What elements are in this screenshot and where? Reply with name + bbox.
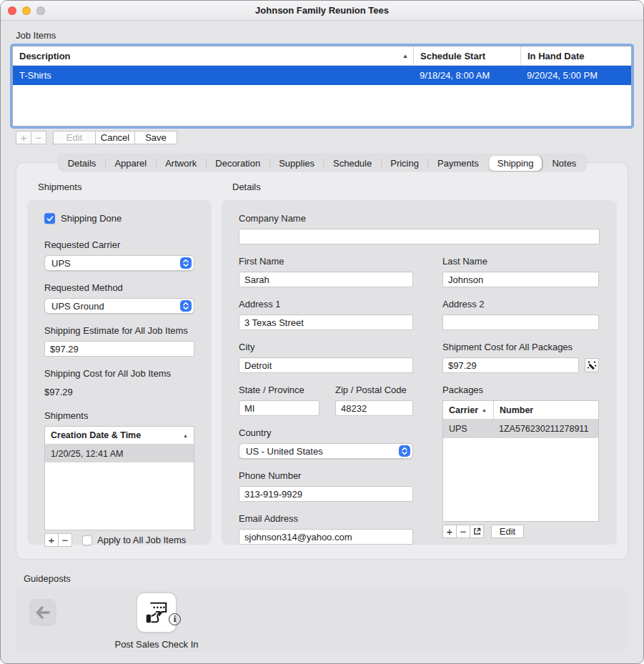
column-header-schedule-start[interactable]: Schedule Start — [413, 46, 520, 65]
shipments-table-header[interactable]: Creation Date & Time ▲ — [45, 427, 194, 445]
company-name-label: Company Name — [239, 213, 600, 224]
tab-shipping[interactable]: Shipping — [489, 156, 543, 171]
auto-calculate-button[interactable] — [585, 358, 599, 372]
apply-all-checkbox[interactable] — [82, 535, 92, 545]
add-shipment-button[interactable]: + — [44, 533, 59, 547]
popup-stepper-icon — [399, 445, 410, 457]
job-items-buttons: + − Edit Cancel Save — [16, 131, 632, 144]
tab-decoration[interactable]: Decoration — [206, 154, 269, 172]
country-label: Country — [239, 427, 413, 438]
address2-label: Address 2 — [442, 299, 599, 309]
app-window: Johnson Family Reunion Tees Job Items De… — [0, 0, 644, 664]
save-button[interactable]: Save — [134, 131, 177, 144]
tab-details[interactable]: Details — [59, 154, 106, 172]
checkmark-icon — [46, 215, 54, 222]
email-input[interactable] — [239, 529, 413, 545]
remove-job-item-button[interactable]: − — [31, 131, 46, 144]
last-name-label: Last Name — [442, 256, 599, 267]
tab-schedule[interactable]: Schedule — [324, 154, 381, 172]
remove-package-button[interactable]: − — [456, 525, 470, 538]
back-arrow-icon — [35, 606, 51, 619]
edit-job-item-button[interactable]: Edit — [53, 131, 96, 144]
zoom-window-icon — [36, 6, 45, 15]
state-label: State / Province — [239, 385, 319, 395]
job-item-row-selected[interactable]: T-Shirts 9/18/24, 8:00 AM 9/20/24, 5:00 … — [13, 66, 631, 85]
shipping-estimate-input[interactable] — [44, 341, 194, 357]
city-input[interactable] — [239, 357, 413, 373]
back-button[interactable] — [29, 599, 56, 626]
requested-carrier-label: Requested Carrier — [44, 239, 194, 250]
title-bar: Johnson Family Reunion Tees — [1, 1, 643, 21]
cancel-button[interactable]: Cancel — [95, 131, 135, 144]
first-name-input[interactable] — [239, 272, 413, 287]
zip-input[interactable] — [335, 400, 413, 416]
requested-carrier-select[interactable]: UPS — [44, 255, 194, 271]
country-select[interactable]: US - United States — [239, 443, 413, 459]
tab-pricing[interactable]: Pricing — [381, 154, 428, 172]
add-job-item-button[interactable]: + — [16, 131, 31, 144]
edit-package-button[interactable]: Edit — [491, 525, 524, 538]
job-items-section: Job Items Description ▲ Schedule Start I… — [1, 30, 643, 144]
guideposts-section: Guideposts — [1, 573, 643, 652]
details-box: Company Name First Name Address 1 — [222, 200, 617, 545]
sort-ascending-icon: ▲ — [402, 53, 408, 59]
address1-input[interactable] — [239, 314, 413, 330]
tab-notes[interactable]: Notes — [543, 154, 585, 172]
shipment-cost-input[interactable] — [442, 357, 579, 373]
packages-table: Carrier ▲ Number UPS 1ZA576230211278911 — [442, 400, 599, 522]
state-input[interactable] — [239, 400, 319, 416]
zip-label: Zip / Postal Code — [335, 385, 413, 395]
shipment-row[interactable]: 1/20/25, 12:41 AM — [45, 445, 194, 462]
shipments-table-label: Shipments — [44, 410, 194, 421]
open-package-button[interactable] — [470, 525, 484, 538]
tab-apparel[interactable]: Apparel — [105, 154, 156, 172]
email-label: Email Address — [239, 513, 413, 524]
details-panel: Details Company Name First Name — [222, 182, 617, 545]
tab-artwork[interactable]: Artwork — [156, 154, 206, 172]
shipping-cost-label: Shipping Cost for All Job Items — [44, 368, 194, 379]
column-header-in-hand-date[interactable]: In Hand Date — [520, 46, 631, 65]
address2-input[interactable] — [442, 314, 599, 330]
shipments-box: Shipping Done Requested Carrier UPS Requ… — [27, 200, 212, 545]
open-external-icon — [473, 527, 481, 535]
packages-label: Packages — [442, 385, 599, 395]
post-sales-check-in-icon — [143, 599, 170, 626]
company-name-input[interactable] — [239, 229, 600, 244]
phone-label: Phone Number — [239, 470, 413, 481]
tab-payments[interactable]: Payments — [428, 154, 488, 172]
column-header-description[interactable]: Description ▲ — [13, 46, 413, 65]
minimize-window-icon[interactable] — [22, 6, 31, 15]
job-items-label: Job Items — [16, 30, 632, 41]
shipments-heading: Shipments — [38, 182, 212, 192]
shipping-cost-value: $97.29 — [44, 387, 194, 397]
phone-input[interactable] — [239, 486, 413, 502]
job-item-detail-card: Details Apparel Artwork Decoration Suppl… — [16, 163, 628, 559]
shipping-done-checkbox[interactable] — [44, 213, 55, 224]
package-row[interactable]: UPS 1ZA576230211278911 — [443, 420, 598, 438]
remove-shipment-button[interactable]: − — [58, 533, 72, 547]
tab-supplies[interactable]: Supplies — [269, 154, 324, 172]
address1-label: Address 1 — [239, 299, 413, 309]
guideposts-strip: Post Sales Check In i — [16, 590, 628, 652]
add-package-button[interactable]: + — [442, 525, 457, 538]
info-icon[interactable]: i — [169, 613, 181, 625]
shipping-done-row: Shipping Done — [44, 213, 194, 224]
packages-buttons: + − Edit — [442, 525, 599, 538]
magic-wand-icon — [587, 360, 597, 370]
job-items-table-header: Description ▲ Schedule Start In Hand Dat… — [13, 46, 631, 66]
close-window-icon[interactable] — [8, 6, 16, 15]
city-label: City — [239, 342, 413, 352]
guideposts-label: Guideposts — [24, 573, 643, 584]
guidepost-item: Post Sales Check In — [94, 593, 219, 650]
last-name-input[interactable] — [442, 272, 599, 287]
shipping-done-label: Shipping Done — [61, 213, 122, 224]
first-name-label: First Name — [239, 256, 413, 267]
details-heading: Details — [232, 182, 617, 192]
requested-method-select[interactable]: UPS Ground — [44, 298, 194, 314]
post-sales-check-in-button[interactable] — [137, 593, 177, 633]
shipping-estimate-label: Shipping Estimate for All Job Items — [44, 325, 194, 336]
popup-stepper-icon — [180, 300, 192, 312]
traffic-lights — [8, 6, 45, 15]
packages-table-header[interactable]: Carrier ▲ Number — [443, 401, 598, 420]
apply-all-label: Apply to All Job Items — [97, 535, 186, 545]
